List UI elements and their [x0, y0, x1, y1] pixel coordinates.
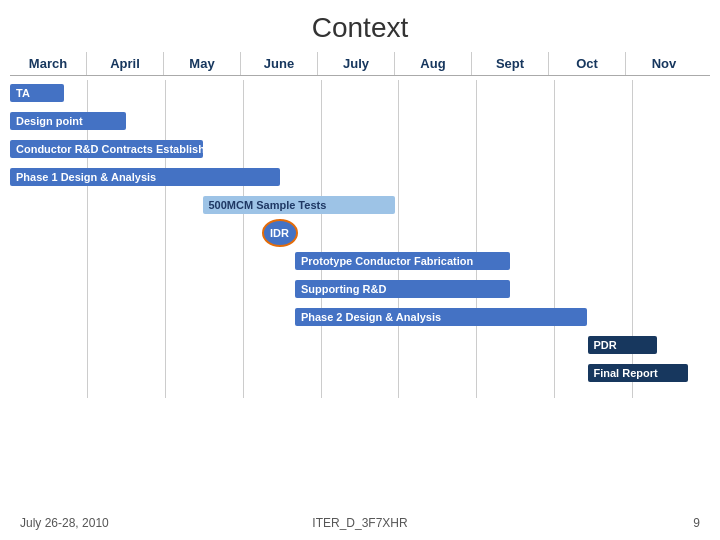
footer-left: July 26-28, 2010 — [20, 516, 109, 530]
gantt-row-final-report: Final Report — [10, 360, 710, 386]
bar-ta: TA — [10, 84, 64, 102]
header-july: July — [318, 52, 395, 75]
header-nov: Nov — [626, 52, 702, 75]
header-june: June — [241, 52, 318, 75]
footer-right: 9 — [693, 516, 700, 530]
gantt-row-design-point: Design point — [10, 108, 710, 134]
bar-phase2: Phase 2 Design & Analysis — [295, 308, 588, 326]
header-oct: Oct — [549, 52, 626, 75]
gantt-row-ta: TA — [10, 80, 710, 106]
header-march: March — [10, 52, 87, 75]
gantt-container: March April May June July Aug Sept Oct N… — [0, 52, 720, 398]
bar-phase1: Phase 1 Design & Analysis — [10, 168, 280, 186]
gantt-row-phase1: Phase 1 Design & Analysis — [10, 164, 710, 190]
bar-500mcm: 500MCM Sample Tests — [203, 196, 396, 214]
bar-prototype: Prototype Conductor Fabrication — [295, 252, 511, 270]
bar-supporting-rd: Supporting R&D — [295, 280, 511, 298]
header-april: April — [87, 52, 164, 75]
footer-center: ITER_D_3F7XHR — [312, 516, 407, 530]
bar-idr: IDR — [262, 219, 298, 247]
header-aug: Aug — [395, 52, 472, 75]
bar-design-point: Design point — [10, 112, 126, 130]
gantt-header: March April May June July Aug Sept Oct N… — [10, 52, 710, 76]
gantt-row-pdr: PDR — [10, 332, 710, 358]
bar-pdr: PDR — [588, 336, 657, 354]
gantt-row-supporting-rd: Supporting R&D — [10, 276, 710, 302]
gantt-row-500mcm: 500MCM Sample Tests — [10, 192, 710, 218]
gantt-row-prototype: Prototype Conductor Fabrication — [10, 248, 710, 274]
gantt-body: TADesign pointConductor R&D Contracts Es… — [10, 80, 710, 398]
page-title: Context — [0, 0, 720, 52]
bar-final-report: Final Report — [588, 364, 688, 382]
header-sept: Sept — [472, 52, 549, 75]
gantt-row-idr: IDR — [10, 220, 710, 246]
bar-conductor-rd: Conductor R&D Contracts Established — [10, 140, 203, 158]
header-may: May — [164, 52, 241, 75]
gantt-row-phase2: Phase 2 Design & Analysis — [10, 304, 710, 330]
gantt-row-conductor-rd: Conductor R&D Contracts Established — [10, 136, 710, 162]
